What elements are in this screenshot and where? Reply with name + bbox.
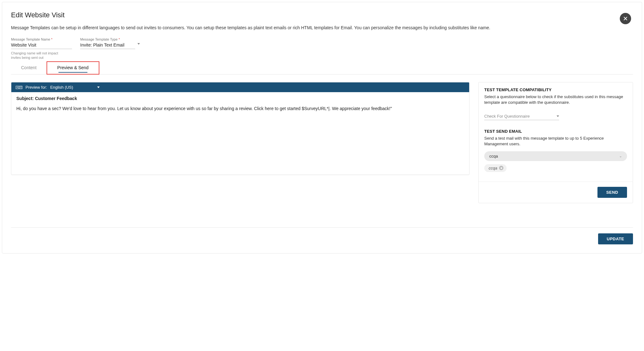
tab-preview-send[interactable]: Preview & Send <box>47 61 99 75</box>
close-icon <box>500 167 502 169</box>
selected-user-chip: ccqa <box>484 164 507 172</box>
language-icon: A文 <box>16 86 22 89</box>
preview-body-text: Hi, do you have a sec? We'd love to hear… <box>16 105 464 112</box>
preview-for-label: Preview for: <box>25 85 47 90</box>
template-name-input[interactable] <box>11 42 72 49</box>
chip-label: ccqa <box>489 166 497 170</box>
template-type-field: Message Template Type * <box>80 37 141 60</box>
preview-body: Subject: Customer Feedback Hi, do you ha… <box>11 92 469 175</box>
preview-subject: Subject: Customer Feedback <box>16 96 464 101</box>
preview-send-content: A文 Preview for: English (US) Subject: Cu… <box>11 82 633 203</box>
modal-title: Edit Website Visit <box>11 11 633 19</box>
template-fields-row: Message Template Name * Changing name wi… <box>11 37 633 60</box>
language-value: English (US) <box>50 85 73 90</box>
close-button[interactable] <box>620 13 631 24</box>
questionnaire-placeholder: Check For Questionnaire <box>484 114 530 119</box>
chevron-down-icon: ⌄ <box>619 154 622 158</box>
test-user-select-value: ccqa <box>489 154 498 159</box>
side-panel: TEST TEMPLATE COMPATIBILITY Select a que… <box>478 82 633 203</box>
template-type-select[interactable] <box>80 42 141 49</box>
modal-description: Message Templates can be setup in differ… <box>11 25 633 31</box>
chip-remove-button[interactable] <box>499 166 503 170</box>
caret-down-icon <box>97 86 100 88</box>
update-button[interactable]: UPDATE <box>598 233 633 244</box>
tab-content[interactable]: Content <box>11 61 47 74</box>
test-compat-desc: Select a questionnaire below to check if… <box>484 94 627 105</box>
test-user-select[interactable]: ccqa ⌄ <box>484 151 627 161</box>
template-type-label: Message Template Type * <box>80 37 141 41</box>
preview-header: A文 Preview for: English (US) <box>11 82 469 92</box>
side-actions: SEND <box>479 181 633 203</box>
questionnaire-select[interactable]: Check For Questionnaire <box>484 113 559 120</box>
template-name-label: Message Template Name * <box>11 37 72 41</box>
send-button[interactable]: SEND <box>597 187 627 198</box>
preview-panel: A文 Preview for: English (US) Subject: Cu… <box>11 82 469 175</box>
tabs: Content Preview & Send <box>11 61 633 75</box>
caret-down-icon <box>557 115 559 117</box>
language-select[interactable]: English (US) <box>50 85 100 90</box>
caret-down-icon <box>137 43 141 46</box>
modal-footer: UPDATE <box>11 227 633 244</box>
template-type-value[interactable] <box>80 42 135 49</box>
template-name-helper: Changing name will not impact invites be… <box>11 51 68 60</box>
test-compat-title: TEST TEMPLATE COMPATIBILITY <box>484 87 627 92</box>
edit-message-template-modal: Edit Website Visit Message Templates can… <box>2 2 642 254</box>
test-send-title: TEST SEND EMAIL <box>484 129 627 134</box>
test-compatibility-section: TEST TEMPLATE COMPATIBILITY Select a que… <box>484 87 627 120</box>
close-icon <box>623 16 628 21</box>
test-send-section: TEST SEND EMAIL Send a test mail with th… <box>484 129 627 172</box>
template-name-field: Message Template Name * Changing name wi… <box>11 37 72 60</box>
test-send-desc: Send a test mail with this message templ… <box>484 136 627 147</box>
